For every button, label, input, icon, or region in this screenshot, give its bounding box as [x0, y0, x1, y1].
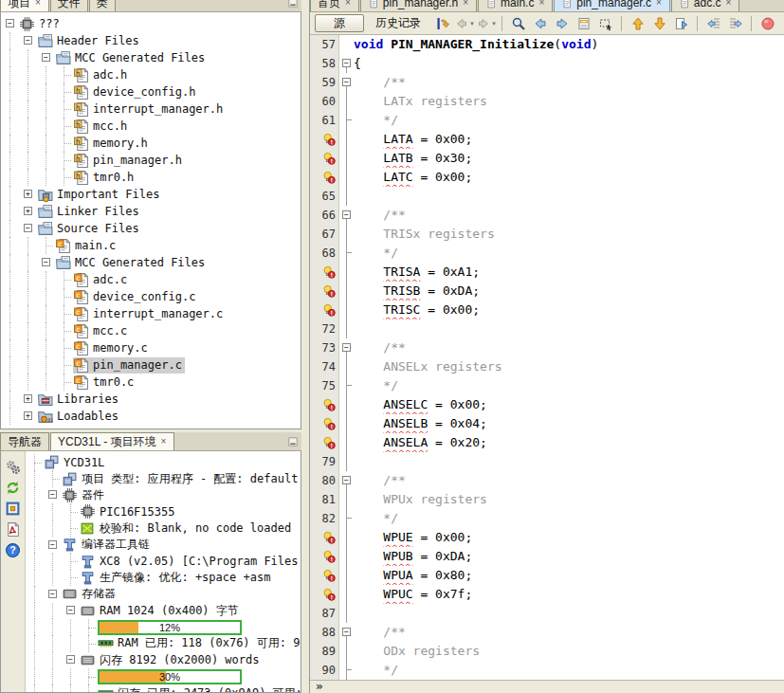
expand-toggle[interactable]: + — [19, 203, 37, 220]
code-line[interactable]: 60 LATx registers — [310, 92, 784, 111]
tree-item-adc.c[interactable]: cadc.c — [1, 271, 301, 288]
gutter-error-hint[interactable] — [310, 263, 339, 282]
gears-button[interactable] — [4, 457, 23, 476]
tree-item-RAM-118-0x76-906-0[interactable]: RAM 已用: 118 (0x76) 可用: 906 (0 — [26, 635, 301, 651]
fold-margin[interactable]: − — [339, 54, 354, 73]
collapse-toggle[interactable]: − — [19, 220, 37, 237]
collapse-toggle[interactable]: − — [37, 254, 55, 271]
tree-item-MCC-Generated-Files[interactable]: −MCC Generated Files — [1, 254, 301, 271]
tree-item--space-asm[interactable]: 生产镜像: 优化: +space +asm — [26, 570, 301, 586]
code-line[interactable]: 90 */ — [310, 661, 784, 680]
code-line[interactable]: WPUC = 0x7f; — [310, 585, 784, 604]
tree-item-XC8-v2.05-C-Program-Files-x86-[interactable]: XC8 (v2.05) [C:\Program Files (x86)\ — [26, 553, 301, 569]
gutter-error-hint[interactable] — [310, 282, 339, 301]
code-line[interactable]: 75 */ — [310, 376, 784, 395]
close-icon[interactable]: × — [655, 0, 663, 8]
gutter-error-hint[interactable] — [310, 168, 339, 187]
tree-item-Libraries[interactable]: +Libraries — [1, 391, 301, 408]
find-selection-button[interactable] — [508, 14, 528, 33]
panel-splitter[interactable] — [301, 0, 309, 693]
tree-item--2473-0x9A9-571[interactable]: 闪存 已用: 2473 (0x9A9) 可用: 571 — [26, 684, 301, 692]
tree-item--8192-0x2000-words[interactable]: −闪存 8192 (0x2000) words — [26, 652, 301, 668]
code-line[interactable]: WPUE = 0x00; — [310, 528, 784, 547]
close-icon[interactable]: × — [344, 0, 352, 8]
help-button[interactable]: ? — [4, 540, 23, 559]
tree-item-tmr0.c[interactable]: ctmr0.c — [1, 374, 301, 391]
projects-tab--[interactable]: 类 — [89, 0, 116, 11]
tree-item----default[interactable]: 项目 类型: 应用程序 - 配置: default — [26, 470, 301, 486]
shift-line-right-button[interactable] — [725, 14, 745, 33]
code-line[interactable]: 61 */ — [310, 111, 784, 130]
collapse-toggle[interactable]: − — [62, 652, 80, 668]
tree-item-mcc.c[interactable]: cmcc.c — [1, 322, 301, 339]
dropdown-caret-icon[interactable]: ▾ — [470, 20, 474, 27]
expand-toggle[interactable]: + — [19, 391, 37, 408]
tree-item-pin_manager.h[interactable]: hpin_manager.h — [1, 152, 301, 169]
code-line[interactable]: 57void PIN_MANAGER_Initialize(void) — [310, 35, 784, 54]
fold-margin[interactable]: − — [339, 73, 354, 92]
code-line[interactable]: LATB = 0x30; — [310, 149, 784, 168]
code-line[interactable]: 58−{ — [310, 54, 784, 73]
shift-line-left-button[interactable] — [703, 14, 723, 33]
code-line[interactable]: 82 */ — [310, 509, 784, 528]
close-icon[interactable]: × — [160, 437, 168, 447]
back-button[interactable]: ▾ — [454, 14, 474, 33]
code-line[interactable]: LATC = 0x00; — [310, 168, 784, 187]
dropdown-caret-icon[interactable]: ▾ — [492, 20, 496, 27]
editor-tab-pin_manager.h[interactable]: pin_manager.h× — [360, 0, 477, 11]
navigator-tab--[interactable]: 导航器 — [0, 432, 49, 450]
code-line[interactable]: WPUB = 0xDA; — [310, 547, 784, 566]
code-line[interactable]: ANSELC = 0x00; — [310, 395, 784, 414]
projects-tab--[interactable]: 项目× — [0, 0, 49, 11]
fold-margin[interactable]: − — [339, 623, 354, 642]
fold-collapse-box[interactable]: − — [342, 476, 351, 484]
close-icon[interactable]: × — [462, 0, 469, 8]
tree-item-MCC-Generated-Files[interactable]: −MCC Generated Files — [1, 49, 301, 66]
tree-item-memory.h[interactable]: hmemory.h — [1, 135, 301, 152]
code-line[interactable]: 72 — [310, 319, 784, 338]
close-icon[interactable]: × — [538, 0, 545, 8]
gutter-error-hint[interactable] — [310, 301, 339, 319]
expand-toggle[interactable]: + — [19, 186, 37, 203]
editor-tab--[interactable]: 首页× — [310, 0, 359, 11]
tree-item-Linker-Files[interactable]: +Linker Files — [1, 203, 301, 220]
code-line[interactable]: 74 ANSELx registers — [310, 357, 784, 376]
tree-item-Header-Files[interactable]: −Header Files — [1, 32, 301, 49]
tree-item-YCD31L[interactable]: YCD31L — [26, 454, 301, 470]
fold-margin[interactable]: − — [339, 338, 354, 357]
fold-collapse-box[interactable]: − — [342, 59, 351, 67]
toggle-bookmark-button[interactable] — [671, 14, 691, 33]
tree-item--[interactable]: −存储器 — [26, 586, 301, 602]
tree-item-adc.h[interactable]: hadc.h — [1, 66, 301, 83]
tree-item-memory.c[interactable]: cmemory.c — [1, 339, 301, 356]
toggle-highlight-button[interactable] — [574, 14, 593, 33]
gutter-error-hint[interactable] — [310, 566, 339, 585]
tree-item--[interactable]: −??? — [1, 15, 301, 32]
editor-tab-pin_manager.c[interactable]: pin_manager.c× — [554, 0, 670, 11]
code-line[interactable]: 59− /** — [310, 73, 784, 92]
gutter-error-hint[interactable] — [310, 395, 339, 414]
code-line[interactable]: WPUA = 0x80; — [310, 566, 784, 585]
pdf-button[interactable] — [4, 520, 23, 538]
tree-item-Source-Files[interactable]: −Source Files — [1, 220, 301, 237]
navigator-tab-YCD31L---[interactable]: YCD31L - 项目环境× — [50, 432, 174, 450]
code-line[interactable]: 68 */ — [310, 244, 784, 263]
previous-bookmark-button[interactable] — [628, 14, 647, 33]
close-icon[interactable]: × — [725, 0, 733, 8]
tree-item-tmr0.h[interactable]: htmr0.h — [1, 169, 301, 186]
breadcrumb-bar[interactable]: » — [310, 680, 784, 693]
source-view-button[interactable]: 源 — [315, 14, 364, 32]
minimize-panel-button[interactable] — [286, 0, 299, 9]
code-line[interactable]: TRISB = 0xDA; — [310, 282, 784, 301]
gutter-error-hint[interactable] — [310, 130, 339, 149]
tree-item-interrupt_manager.h[interactable]: hinterrupt_manager.h — [1, 100, 301, 118]
code-line[interactable]: ANSELA = 0x20; — [310, 433, 784, 452]
gutter-error-hint[interactable] — [310, 433, 339, 452]
tree-item-main.c[interactable]: cmain.c — [1, 237, 301, 254]
code-line[interactable]: 89 ODx registers — [310, 642, 784, 661]
macro-record-button[interactable] — [757, 14, 777, 33]
tree-item--[interactable]: −器件 — [26, 487, 301, 503]
previous-occurrence-button[interactable] — [530, 14, 550, 33]
tree-item-interrupt_manager.c[interactable]: cinterrupt_manager.c — [1, 305, 301, 322]
collapse-toggle[interactable]: − — [44, 487, 62, 503]
